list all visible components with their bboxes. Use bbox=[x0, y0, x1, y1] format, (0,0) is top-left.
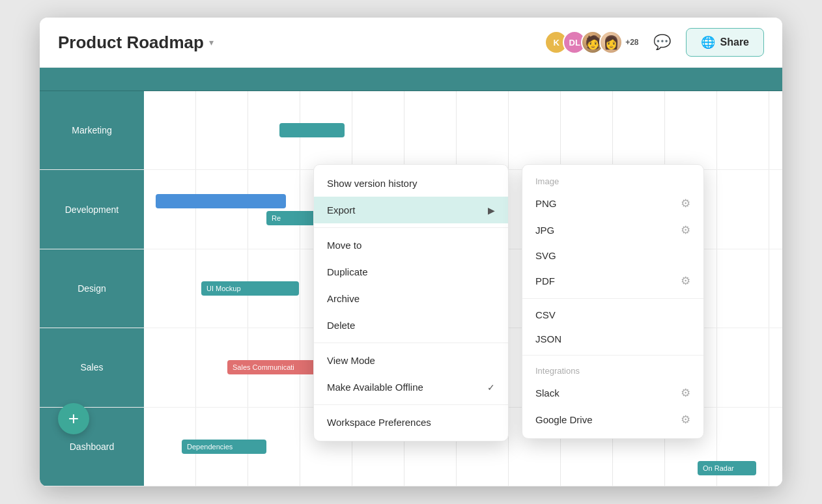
menu-item-label: Export bbox=[327, 204, 355, 216]
globe-icon: 🌐 bbox=[701, 35, 715, 49]
menu-item-label: Show version history bbox=[327, 178, 417, 189]
gear-icon[interactable]: ⚙ bbox=[681, 386, 690, 400]
menu-item-workspace-preferences[interactable]: Workspace Preferences bbox=[314, 409, 508, 436]
menu-item-version-history[interactable]: Show version history bbox=[314, 170, 508, 197]
menu-divider bbox=[314, 404, 508, 405]
gantt-label-marketing: Marketing bbox=[40, 91, 144, 169]
submenu-divider bbox=[522, 355, 703, 356]
header: Product Roadmap ▾ K DL 🧑 👩 +28 💬 bbox=[40, 18, 782, 68]
submenu-item-label: Slack bbox=[535, 387, 560, 399]
avatar-overflow-count: +28 bbox=[625, 38, 638, 47]
submenu-item-jpg[interactable]: JPG ⚙ bbox=[522, 217, 703, 244]
gear-icon[interactable]: ⚙ bbox=[681, 413, 690, 427]
submenu-item-label: JSON bbox=[535, 333, 561, 344]
gantt-label-design: Design bbox=[40, 249, 144, 328]
menu-item-label: Make Available Offline bbox=[327, 382, 423, 393]
submenu-item-pdf[interactable]: PDF ⚙ bbox=[522, 268, 703, 294]
gantt-bar bbox=[279, 123, 345, 137]
submenu-divider bbox=[522, 298, 703, 299]
submenu-item-label: SVG bbox=[535, 250, 556, 261]
menu-item-label: Duplicate bbox=[327, 266, 368, 277]
gantt-bar bbox=[156, 194, 286, 208]
submenu-item-label: Google Drive bbox=[535, 414, 593, 425]
app-window: Product Roadmap ▾ K DL 🧑 👩 +28 💬 bbox=[40, 18, 782, 486]
submenu-item-csv[interactable]: CSV bbox=[522, 303, 703, 327]
avatar-label: K bbox=[553, 38, 559, 48]
menu-item-label: Delete bbox=[327, 320, 355, 331]
gantt-bar: Dependencies bbox=[182, 440, 266, 454]
gantt-content-marketing bbox=[144, 91, 782, 169]
submenu-item-slack[interactable]: Slack ⚙ bbox=[522, 380, 703, 406]
gear-icon[interactable]: ⚙ bbox=[681, 223, 690, 237]
gantt-header bbox=[40, 68, 782, 91]
header-right: K DL 🧑 👩 +28 💬 🌐 Share bbox=[545, 28, 764, 57]
gantt-label-development: Development bbox=[40, 170, 144, 248]
submenu-export: Image PNG ⚙ JPG ⚙ SVG PDF ⚙ CSV JSON bbox=[522, 164, 704, 439]
gantt-row-marketing: Marketing bbox=[40, 91, 782, 170]
submenu-section-integrations: Integrations bbox=[522, 359, 703, 380]
submenu-item-json[interactable]: JSON bbox=[522, 327, 703, 351]
avatar-label: DL bbox=[569, 38, 580, 48]
avatar-photo2[interactable]: 👩 bbox=[599, 31, 623, 54]
menu-item-label: Workspace Preferences bbox=[327, 417, 431, 428]
submenu-item-label: JPG bbox=[535, 225, 554, 236]
page-title: Product Roadmap bbox=[58, 33, 204, 53]
title-area: Product Roadmap ▾ bbox=[58, 33, 537, 53]
menu-item-label: Move to bbox=[327, 240, 361, 251]
share-button[interactable]: 🌐 Share bbox=[686, 28, 764, 57]
menu-item-delete[interactable]: Delete bbox=[314, 312, 508, 339]
gear-icon[interactable]: ⚙ bbox=[681, 197, 690, 210]
menu-item-offline[interactable]: Make Available Offline ✓ bbox=[314, 374, 508, 400]
chat-icon: 💬 bbox=[653, 34, 671, 51]
menu-item-label: View Mode bbox=[327, 355, 375, 366]
submenu-item-label: CSV bbox=[535, 309, 556, 320]
chat-button[interactable]: 💬 bbox=[649, 29, 675, 55]
menu-divider bbox=[314, 343, 508, 343]
menu-item-view-mode[interactable]: View Mode bbox=[314, 347, 508, 374]
menu-item-archive[interactable]: Archive bbox=[314, 285, 508, 312]
submenu-item-label: PNG bbox=[535, 198, 557, 209]
submenu-item-svg[interactable]: SVG bbox=[522, 244, 703, 268]
gantt-bar: UI Mockup bbox=[201, 281, 299, 296]
main-content: Marketing Development Re Design bbox=[40, 68, 782, 486]
menu-item-move-to[interactable]: Move to bbox=[314, 232, 508, 259]
arrow-right-icon: ▶ bbox=[488, 205, 495, 216]
menu-divider bbox=[314, 227, 508, 228]
context-menu: Show version history Export ▶ Move to Du… bbox=[313, 164, 509, 441]
avatars-group: K DL 🧑 👩 +28 bbox=[545, 31, 638, 54]
submenu-item-png[interactable]: PNG ⚙ bbox=[522, 190, 703, 217]
checkmark-icon: ✓ bbox=[487, 382, 495, 393]
add-fab-button[interactable]: + bbox=[58, 403, 89, 434]
submenu-section-image: Image bbox=[522, 170, 703, 190]
gantt-label-sales: Sales bbox=[40, 328, 144, 406]
submenu-item-google-drive[interactable]: Google Drive ⚙ bbox=[522, 406, 703, 433]
gear-icon[interactable]: ⚙ bbox=[681, 274, 690, 288]
gantt-bar: Sales Communicati bbox=[227, 360, 325, 374]
submenu-item-label: PDF bbox=[535, 275, 555, 287]
avatar-face: 👩 bbox=[603, 35, 619, 50]
gantt-bar-onradar: On Radar bbox=[698, 461, 756, 475]
menu-item-label: Archive bbox=[327, 293, 360, 304]
menu-item-duplicate[interactable]: Duplicate bbox=[314, 259, 508, 285]
gantt-label-dashboard: Dashboard bbox=[40, 408, 144, 486]
avatar-face: 🧑 bbox=[585, 35, 601, 50]
plus-icon: + bbox=[68, 408, 79, 429]
share-label: Share bbox=[720, 36, 749, 48]
chevron-down-icon[interactable]: ▾ bbox=[209, 37, 214, 48]
menu-item-export[interactable]: Export ▶ bbox=[314, 197, 508, 223]
